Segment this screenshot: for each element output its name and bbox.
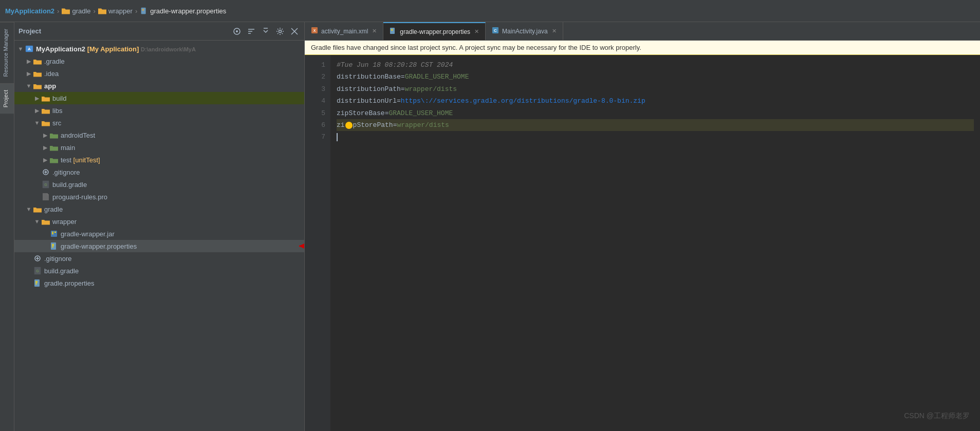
breadcrumb-sep-2: › (94, 7, 96, 15)
code-line-4: distributionUrl=https\://services.gradle… (337, 95, 974, 107)
close-panel-button[interactable] (289, 26, 300, 37)
tree-item-root[interactable]: ▼ A MyApplication2 [My Application] D:\a… (14, 43, 304, 55)
tree-item-root-buildgradle[interactable]: ▶ G build.gradle (14, 265, 304, 277)
tree-item-idea[interactable]: ▶ .idea (14, 67, 304, 80)
svg-rect-33 (35, 281, 38, 282)
settings-button[interactable] (274, 26, 286, 37)
folder-app-icon (33, 82, 42, 90)
tree-label-gradle: gradle (44, 205, 63, 213)
tree-item-src[interactable]: ▼ src (14, 117, 304, 129)
tree-item-wrapper-properties[interactable]: ▶ gradle-wrapper.properties (14, 240, 304, 252)
panel-toolbar: Project (14, 22, 304, 41)
tab-gradle-wrapper-properties-close[interactable]: ✕ (474, 28, 479, 35)
text-cursor (337, 133, 338, 141)
file-tree[interactable]: ▼ A MyApplication2 [My Application] D:\a… (14, 41, 304, 431)
tree-item-app[interactable]: ▼ app (14, 80, 304, 92)
breadcrumb-sep-3: › (135, 7, 137, 15)
arrow-test: ▶ (41, 157, 49, 163)
tab-mainactivity-label: MainActivity.java (502, 28, 547, 35)
arrow-build: ▶ (33, 95, 41, 102)
app-title: MyApplication2 (5, 7, 54, 15)
breadcrumb-gradle[interactable]: gradle (62, 7, 90, 15)
tab-mainactivity-icon: C (492, 27, 499, 35)
watermark: CSDN @工程师老罗 (904, 411, 970, 421)
line-numbers: 1 2 3 4 5 6 7 (305, 55, 330, 431)
code-val-5: GRADLE_USER_HOME (389, 107, 453, 119)
svg-rect-20 (52, 233, 53, 234)
tree-label-src: src (52, 119, 61, 127)
arrow-main: ▶ (41, 144, 49, 151)
tree-label-root: MyApplication2 [My Application] D:\andro… (36, 45, 196, 53)
code-val-6: wrapper/dists (397, 119, 449, 131)
properties-file-icon (140, 7, 148, 14)
breadcrumb-wrapper[interactable]: wrapper (98, 7, 133, 15)
titlebar: MyApplication2 › gradle › wrapper › grad… (0, 0, 980, 22)
tab-bar: X activity_main.xml ✕ gradle-wrapper.pro… (305, 22, 980, 41)
tree-item-wrapper-jar[interactable]: ▶ gradle-wrapper.jar (14, 228, 304, 240)
code-val-2: GRADLE_USER_HOME (405, 71, 469, 83)
tree-item-test[interactable]: ▶ test [unitTest] (14, 154, 304, 166)
svg-text:G: G (44, 183, 47, 186)
sidebar-item-project[interactable]: Project (0, 83, 14, 114)
file-jar-icon (49, 230, 59, 238)
svg-rect-23 (52, 244, 54, 245)
code-content[interactable]: #Tue Jun 18 08:20:28 CST 2024 distributi… (330, 55, 980, 431)
folder-idea-icon (33, 69, 42, 78)
svg-text:A: A (28, 47, 31, 51)
sidebar-item-resource-manager[interactable]: Resource Manager (0, 22, 14, 83)
tree-item-wrapper[interactable]: ▼ wrapper (14, 215, 304, 228)
code-line-3: distributionPath=wrapper/dists (337, 83, 974, 95)
svg-rect-25 (52, 247, 53, 248)
tree-item-proguard[interactable]: ▶ proguard-rules.pro (14, 191, 304, 203)
file-app-gitignore-icon (41, 168, 50, 176)
tree-item-main[interactable]: ▶ main (14, 141, 304, 154)
breadcrumb-sep-1: › (57, 7, 59, 15)
tree-label-wrapper: wrapper (52, 218, 77, 226)
tree-label-test: test [unitTest] (61, 156, 100, 164)
collapse-button[interactable] (260, 26, 271, 37)
code-key-3: distributionPath (337, 83, 401, 95)
tab-activity-main-close[interactable]: ✕ (372, 28, 377, 34)
arrow-gradle-folder: ▶ (25, 58, 33, 65)
line-num-6: 6 (305, 119, 325, 131)
line-num-3: 3 (305, 83, 325, 95)
tab-gradle-wrapper-properties[interactable]: gradle-wrapper.properties ✕ (383, 22, 486, 40)
lint-icon (345, 122, 353, 129)
tree-item-root-gitignore[interactable]: ▶ .gitignore (14, 252, 304, 265)
tree-item-androidtest[interactable]: ▶ androidTest (14, 129, 304, 141)
code-key-2: distributionBase (337, 71, 401, 83)
svg-rect-21 (54, 232, 56, 233)
svg-rect-24 (52, 246, 54, 247)
tree-label-root-gitignore: .gitignore (44, 255, 71, 263)
tree-item-gradle-folder[interactable]: ▶ .gradle (14, 55, 304, 67)
tab-mainactivity[interactable]: C MainActivity.java ✕ (486, 22, 563, 40)
tree-item-libs[interactable]: ▶ libs (14, 104, 304, 117)
tree-label-app: app (44, 82, 56, 90)
tab-activity-main[interactable]: X activity_main.xml ✕ (305, 22, 383, 40)
tree-label-wrapper-properties: gradle-wrapper.properties (61, 242, 137, 250)
breadcrumb-file[interactable]: gradle-wrapper.properties (140, 7, 226, 15)
target-button[interactable] (231, 26, 243, 37)
arrow-app: ▼ (25, 83, 33, 89)
line-num-1: 1 (305, 59, 325, 71)
tree-label-build: build (52, 95, 66, 102)
line-num-2: 2 (305, 71, 325, 83)
sort-button[interactable] (246, 26, 257, 37)
code-editor[interactable]: 1 2 3 4 5 6 7 #Tue Jun 18 08:20:28 CST 2… (305, 55, 980, 431)
tab-activity-main-icon: X (311, 27, 318, 35)
tree-item-app-buildgradle[interactable]: ▶ G build.gradle (14, 178, 304, 191)
tree-item-gradle-properties[interactable]: ▶ gradle.properties (14, 277, 304, 289)
tree-item-gradle[interactable]: ▼ gradle (14, 203, 304, 215)
file-properties-icon (49, 242, 59, 250)
tree-label-wrapper-jar: gradle-wrapper.jar (61, 230, 115, 238)
tree-item-app-gitignore[interactable]: ▶ .gitignore (14, 166, 304, 178)
arrow-root: ▼ (16, 46, 25, 52)
tree-item-build[interactable]: ▶ build (14, 92, 304, 104)
tree-label-app-buildgradle: build.gradle (52, 181, 87, 189)
line-num-7: 7 (305, 131, 325, 143)
svg-rect-34 (35, 283, 38, 284)
arrow-libs: ▶ (33, 107, 41, 114)
tab-mainactivity-close[interactable]: ✕ (552, 28, 557, 34)
file-proguard-icon (41, 193, 50, 201)
file-gradle-properties-icon (33, 279, 42, 287)
